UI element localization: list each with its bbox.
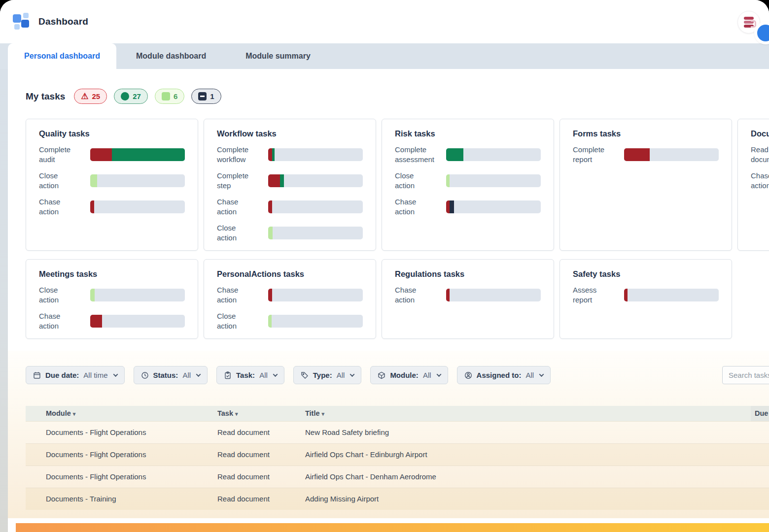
task-progress-bar[interactable] <box>90 315 185 328</box>
task-progress-bar[interactable] <box>268 289 363 301</box>
task-label: Read document <box>751 145 769 165</box>
filter-type[interactable]: Type: All <box>293 366 362 384</box>
task-row: Close action <box>395 167 541 194</box>
bar-segment-navy <box>450 200 454 213</box>
column-header-task[interactable]: Task▾ <box>213 406 301 421</box>
task-cards-row-1: Quality tasks Complete auditClose action… <box>26 119 769 251</box>
card-title: Forms tasks <box>573 129 719 138</box>
task-progress-bar[interactable] <box>446 148 541 161</box>
card-risk-tasks: Risk tasks Complete assessmentClose acti… <box>382 119 554 251</box>
task-label: Chase action <box>39 311 77 331</box>
table-cell: Documents - Flight Operations <box>26 443 213 466</box>
filter-assigned-to[interactable]: Assigned to: All <box>457 366 551 384</box>
bar-segment-green <box>112 148 185 161</box>
card-title: Risk tasks <box>395 129 541 138</box>
task-label: Chase action <box>395 285 433 305</box>
card-forms-tasks: Forms tasks Complete report <box>559 119 732 251</box>
column-header-title[interactable]: Title▾ <box>301 406 751 421</box>
filter-due-date[interactable]: Due date: All time <box>26 366 125 384</box>
overdue-count: 25 <box>92 92 101 100</box>
task-progress-bar[interactable] <box>90 289 185 301</box>
calendar-icon <box>33 371 41 379</box>
table-row[interactable]: Documents - TrainingRead documentAdding … <box>26 488 769 510</box>
table-row[interactable]: Documents - Flight OperationsRead docume… <box>26 421 769 443</box>
bar-segment-red <box>268 174 280 187</box>
my-tasks-title: My tasks <box>26 91 65 102</box>
task-progress-bar[interactable] <box>624 148 719 161</box>
tab-module-dashboard[interactable]: Module dashboard <box>116 43 226 69</box>
task-progress-bar[interactable] <box>268 227 363 239</box>
task-progress-bar[interactable] <box>90 148 185 161</box>
bar-segment-light_green <box>90 289 95 301</box>
card-regulations-tasks: Regulations tasks Chase action <box>382 259 554 339</box>
table-cell: Read document <box>213 488 301 510</box>
bar-segment-red <box>268 200 272 213</box>
card-title: Workflow tasks <box>217 129 363 138</box>
task-progress-bar[interactable] <box>268 148 363 161</box>
task-cards-row-2: Meetings tasks Close actionChase action … <box>26 259 769 339</box>
card-title: Documents tasks <box>751 129 769 138</box>
warning-triangle-icon: ⚠ <box>81 92 88 100</box>
card-title: PersonalActions tasks <box>217 269 363 279</box>
column-header-due-date[interactable]: Due date▾ <box>751 406 769 421</box>
task-label: Complete assessment <box>395 145 433 165</box>
upcoming-badge[interactable]: 6 <box>155 89 184 104</box>
task-progress-bar[interactable] <box>268 315 363 328</box>
table-cell: New Road Safety briefing <box>301 421 751 443</box>
on-hold-badge[interactable]: 1 <box>191 89 221 104</box>
filter-module[interactable]: Module: All <box>370 366 448 384</box>
dark-minus-square-icon <box>198 92 207 100</box>
task-row: Complete workflow <box>217 141 363 167</box>
task-row: Complete audit <box>39 141 185 167</box>
task-row: Chase action <box>217 282 363 308</box>
filter-task[interactable]: Task: All <box>216 366 284 384</box>
card-safety-tasks: Safety tasks Assess report <box>559 259 732 339</box>
tab-module-summary[interactable]: Module summary <box>226 43 330 69</box>
main-panel: My tasks ⚠ 25 27 6 1 <box>8 69 769 532</box>
table-row[interactable]: Documents - Flight OperationsRead docume… <box>26 466 769 488</box>
task-label: Close action <box>217 311 255 331</box>
task-progress-bar[interactable] <box>446 289 541 301</box>
user-avatar <box>757 25 769 41</box>
top-bar: Dashboard <box>0 0 769 43</box>
table-row[interactable]: Documents - Flight OperationsRead docume… <box>26 443 769 466</box>
bar-segment-green <box>446 148 463 161</box>
overdue-badge[interactable]: ⚠ 25 <box>74 89 107 104</box>
chevron-down-icon <box>539 372 544 377</box>
task-progress-bar[interactable] <box>90 200 185 213</box>
task-progress-bar[interactable] <box>446 200 541 213</box>
task-progress-bar[interactable] <box>624 289 719 301</box>
chevron-down-icon <box>196 372 201 377</box>
tab-personal-dashboard[interactable]: Personal dashboard <box>8 43 116 69</box>
top-actions <box>737 11 760 33</box>
task-row: Chase action <box>217 194 363 220</box>
left-gutter <box>0 69 8 532</box>
search-input[interactable] <box>722 366 769 384</box>
task-progress-bar[interactable] <box>268 174 363 187</box>
task-list-section: Due date: All time Status: All <box>8 351 769 518</box>
task-label: Chase action <box>217 285 255 305</box>
task-row: Chase action <box>39 308 185 334</box>
column-header-module[interactable]: Module▾ <box>26 406 213 421</box>
task-progress-bar[interactable] <box>90 174 185 187</box>
bar-segment-red <box>90 315 102 328</box>
cube-icon <box>378 371 385 379</box>
open-badge[interactable]: 27 <box>114 89 148 104</box>
task-row: Complete step <box>217 167 363 194</box>
bottom-accent-bar <box>16 523 769 532</box>
bar-segment-light_green <box>90 174 97 187</box>
table-cell: Read document <box>213 443 301 466</box>
table-cell: Documents - Flight Operations <box>26 466 213 488</box>
open-count: 27 <box>133 92 141 100</box>
chevron-down-icon <box>113 372 118 377</box>
bar-segment-red <box>90 148 112 161</box>
table-cell: Documents - Training <box>26 488 213 510</box>
table-cell <box>751 466 769 488</box>
filter-status[interactable]: Status: All <box>134 366 208 384</box>
chevron-down-icon <box>273 372 278 377</box>
bar-segment-red <box>268 148 272 161</box>
task-progress-bar[interactable] <box>446 174 541 187</box>
task-progress-bar[interactable] <box>268 200 363 213</box>
on-hold-count: 1 <box>210 92 214 100</box>
task-label: Close action <box>39 171 77 191</box>
